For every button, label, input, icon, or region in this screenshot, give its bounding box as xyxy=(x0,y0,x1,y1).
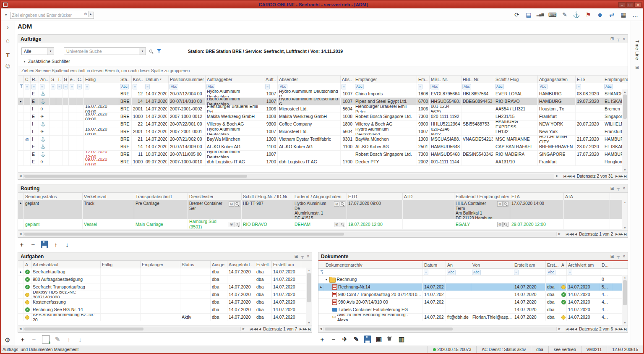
home-icon[interactable]: ⌂ xyxy=(4,37,12,44)
column-header[interactable]: Fällig xyxy=(101,261,141,268)
table-row[interactable]: ▸Seefrachtauftragdba14.07.2020dba14.07.2… xyxy=(18,268,312,276)
contacts-icon[interactable]: ☻ xyxy=(596,11,604,18)
last-page-icon[interactable]: ▶| xyxy=(308,327,310,331)
universal-search-combo[interactable]: Universelle Suche▼ xyxy=(64,47,146,55)
column-header[interactable]: Auft... xyxy=(264,76,278,83)
scroll-left-icon[interactable]: ◀ xyxy=(19,174,21,178)
table-row[interactable]: 980 Cont-/ Tranportauftrag 20-07/14/010.… xyxy=(318,291,628,299)
column-header[interactable]: ETA xyxy=(510,193,564,200)
save-document-icon[interactable] xyxy=(364,336,371,343)
fast-prev-icon[interactable]: ◀◀ xyxy=(567,174,571,178)
filter-cell[interactable]: Abc xyxy=(546,269,560,275)
refresh-icon[interactable]: ⟳ xyxy=(513,11,521,18)
scroll-left-icon[interactable]: ◀ xyxy=(19,232,21,236)
table-row[interactable]: AES Ausfuhranmeldung Bz.-Nr.: 20...Aktiv… xyxy=(18,314,312,321)
scroll-right-icon[interactable]: ▶ xyxy=(558,327,561,330)
more-options-icon[interactable]: … xyxy=(631,11,639,18)
close-panel-icon[interactable]: × xyxy=(623,186,625,191)
clear-icon[interactable]: ⊗ xyxy=(229,201,234,207)
column-header[interactable]: Empfänger xyxy=(141,261,180,268)
column-header[interactable]: MBL. Nr. xyxy=(430,76,461,83)
next-page-icon[interactable]: ▶ xyxy=(615,327,618,331)
filter-cell[interactable]: Abc xyxy=(494,83,538,90)
next-page-icon[interactable]: ▶ xyxy=(615,232,618,236)
scroll-thumb[interactable] xyxy=(325,328,452,330)
column-header[interactable]: Abs... xyxy=(341,76,354,83)
scope-select[interactable]: Alle▼ xyxy=(21,47,54,55)
import-data-icon[interactable]: ▤ xyxy=(525,11,532,18)
next-page-icon[interactable]: ▶ xyxy=(300,327,302,331)
column-header[interactable]: T. xyxy=(56,76,63,83)
status-flag-icon[interactable]: ⚑ xyxy=(584,11,592,18)
column-header[interactable]: Schiff / Flug xyxy=(494,76,538,83)
send-document-icon[interactable]: ✈ xyxy=(342,336,348,343)
table-row[interactable]: 980 Auftragsbestaetigungdbadba14.07.2020 xyxy=(18,276,312,283)
filter-cell[interactable]: = xyxy=(132,83,144,90)
column-header[interactable]: A xyxy=(24,261,31,268)
column-header[interactable]: ETD xyxy=(347,193,403,200)
scroll-thumb[interactable] xyxy=(307,273,311,302)
add-task-icon[interactable]: + xyxy=(19,336,26,343)
column-header[interactable]: Auftraggeber xyxy=(206,76,264,83)
column-header[interactable]: Empfänger xyxy=(354,76,417,83)
copyright-icon[interactable]: © xyxy=(4,63,12,70)
first-page-icon[interactable]: |◀ xyxy=(250,327,252,331)
scroll-right-icon[interactable]: ▶ xyxy=(556,174,558,178)
maximize-panel-icon[interactable]: ⊞ xyxy=(610,37,614,41)
close-panel-icon[interactable]: × xyxy=(623,254,625,259)
table-row[interactable]: I16.07.2020 00:00BRE200114.07.20202007-2… xyxy=(18,105,628,113)
scroll-thumb[interactable] xyxy=(623,94,627,119)
pin-panel-icon[interactable]: ┬ xyxy=(617,254,620,259)
prev-page-icon[interactable]: ◀ xyxy=(572,174,574,178)
scroll-down-icon[interactable]: ▼ xyxy=(623,226,626,230)
v-scrollbar[interactable]: ▲ ▼ xyxy=(622,200,628,230)
column-header[interactable]: An xyxy=(446,261,471,268)
table-row[interactable]: Kostenerfassungdba14.07.2020dba14.07.202… xyxy=(18,299,312,306)
column-header[interactable]: ATA xyxy=(564,193,610,200)
close-button[interactable]: × xyxy=(634,2,641,8)
table-row[interactable]: I16.07.2020 00:00BRE200114.07.20202007-2… xyxy=(18,128,628,136)
goto-input[interactable] xyxy=(10,12,94,19)
clear-icon[interactable]: ⊗ xyxy=(497,201,503,207)
table-row[interactable]: E09.07.2020 00:00BRE100009.07.20202007-1… xyxy=(18,158,628,166)
scroll-right-icon[interactable]: ▶ xyxy=(242,327,245,330)
column-header[interactable]: C xyxy=(24,76,31,83)
filter-cell[interactable]: = xyxy=(39,83,50,90)
maximize-panel-icon[interactable]: ⊞ xyxy=(610,254,614,259)
filter-icon[interactable] xyxy=(156,49,162,54)
scroll-down-icon[interactable]: ▼ xyxy=(308,320,310,325)
filter-cell[interactable]: = xyxy=(76,83,84,90)
fast-next-icon[interactable]: ▶▶ xyxy=(619,327,623,331)
column-header[interactable]: Sendungsstatus xyxy=(24,193,83,200)
edit-note-icon[interactable]: ✎ xyxy=(561,11,568,18)
archive-icon[interactable]: ▥ xyxy=(398,336,405,343)
filter-cell[interactable]: = xyxy=(423,269,446,275)
column-header[interactable]: Positionsnummer xyxy=(169,76,206,83)
table-row[interactable]: EBRE1414.07.202020-07/14/009 00AL-KO Kob… xyxy=(18,143,628,151)
filter-cell[interactable]: Abc xyxy=(119,83,132,90)
column-header[interactable]: Erstellt am xyxy=(513,261,546,268)
filter-cell[interactable] xyxy=(600,269,612,275)
add-document-icon[interactable]: + xyxy=(319,336,326,343)
filter-cell[interactable]: = xyxy=(31,83,39,90)
prev-page-icon[interactable]: ◀ xyxy=(575,327,577,331)
column-header[interactable]: Transportabschnitt xyxy=(134,193,188,200)
filter-cell[interactable]: Abc xyxy=(471,269,513,275)
table-row[interactable]: Seefracht Transportauftragdba14.07.2020d… xyxy=(18,283,312,291)
scroll-thumb[interactable] xyxy=(24,328,143,330)
fast-prev-icon[interactable]: ◀◀ xyxy=(569,327,574,331)
filter-cell[interactable]: = xyxy=(56,83,63,90)
data-exchange-icon[interactable]: ⇄ xyxy=(608,11,615,18)
search-icon[interactable] xyxy=(235,222,240,227)
basket-icon[interactable] xyxy=(387,336,394,343)
column-header[interactable]: C. xyxy=(76,76,84,83)
column-header[interactable]: ATD xyxy=(403,193,454,200)
column-header[interactable]: Fällig xyxy=(84,76,119,83)
filter-cell[interactable]: Abc xyxy=(430,83,461,90)
filter-cell[interactable]: Abc xyxy=(538,83,576,90)
restore-button[interactable]: □ xyxy=(626,2,634,8)
table-row[interactable]: Dakosy HDS Bez.-Nr.: 20071401000dba14.07… xyxy=(18,291,312,299)
fast-prev-icon[interactable]: ◀◀ xyxy=(253,327,258,331)
table-row[interactable]: Labels Container Extralieferung EG14.07.… xyxy=(318,306,628,314)
column-header[interactable]: Datum xyxy=(423,261,446,268)
